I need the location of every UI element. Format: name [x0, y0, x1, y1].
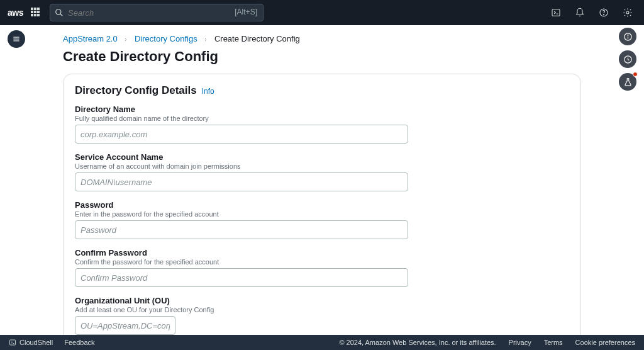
chevron-right-icon [203, 37, 208, 42]
side-nav-toggle[interactable] [8, 30, 25, 48]
password-input[interactable] [75, 220, 408, 239]
service-account-input[interactable] [75, 172, 408, 191]
info-icon [623, 32, 633, 42]
breadcrumb-current: Create Directory Config [214, 34, 300, 43]
password-desc: Enter in the password for the specified … [75, 210, 569, 218]
aws-logo[interactable]: aws [8, 8, 23, 18]
svg-point-6 [603, 14, 604, 15]
hamburger-icon [12, 35, 21, 43]
info-panel-button[interactable] [619, 28, 636, 45]
privacy-link[interactable]: Privacy [509, 339, 531, 346]
breadcrumb: AppStream 2.0 Directory Configs Create D… [63, 30, 581, 46]
password-label: Password [75, 200, 569, 210]
directory-name-desc: Fully qualified domain name of the direc… [75, 115, 569, 122]
confirm-password-label: Confirm Password [75, 248, 569, 257]
svg-point-13 [628, 35, 628, 35]
help-icon[interactable] [599, 8, 609, 18]
cloudshell-footer-button[interactable]: CloudShell [9, 339, 53, 346]
breadcrumb-appstream[interactable]: AppStream 2.0 [63, 34, 118, 43]
confirm-password-input[interactable] [75, 268, 408, 287]
chevron-right-icon [123, 37, 128, 42]
ou-desc: Add at least one OU for your Directory C… [75, 306, 569, 313]
search-input[interactable] [50, 4, 264, 21]
cookie-preferences-link[interactable]: Cookie preferences [575, 339, 635, 346]
notifications-icon[interactable] [575, 8, 585, 18]
confirm-password-desc: Confirm the password for the specified a… [75, 258, 569, 266]
notification-dot [633, 72, 638, 77]
info-link[interactable]: Info [202, 87, 214, 96]
services-grid-icon[interactable] [31, 8, 41, 18]
svg-point-7 [626, 11, 629, 14]
console-footer: CloudShell Feedback © 2024, Amazon Web S… [0, 335, 644, 350]
directory-name-label: Directory Name [75, 104, 569, 114]
flask-icon [623, 77, 633, 87]
copyright-text: © 2024, Amazon Web Services, Inc. or its… [339, 339, 496, 346]
topnav-icon-group [551, 8, 633, 18]
breadcrumb-directory-configs[interactable]: Directory Configs [135, 34, 197, 43]
cloudshell-icon [9, 339, 16, 346]
section-heading-text: Directory Config Details [75, 84, 197, 97]
service-account-label: Service Account Name [75, 152, 569, 162]
service-account-desc: Username of an account with domain join … [75, 162, 569, 170]
right-help-rail [619, 28, 636, 91]
settings-icon[interactable] [623, 8, 633, 18]
svg-line-1 [60, 14, 63, 16]
feedback-link[interactable]: Feedback [64, 339, 94, 346]
search-container: [Alt+S] [50, 4, 264, 21]
clock-icon [623, 55, 633, 64]
section-directory-config-details: Directory Config Details Info [75, 84, 569, 97]
directory-name-input[interactable] [75, 125, 408, 144]
field-password: Password Enter in the password for the s… [75, 200, 569, 239]
field-confirm-password: Confirm Password Confirm the password fo… [75, 248, 569, 287]
field-service-account: Service Account Name Username of an acco… [75, 152, 569, 191]
cloudshell-label: CloudShell [19, 339, 53, 346]
field-directory-name: Directory Name Fully qualified domain na… [75, 104, 569, 144]
main-content: AppStream 2.0 Directory Configs Create D… [63, 25, 581, 350]
experiments-button[interactable] [619, 73, 636, 91]
page-title: Create Directory Config [63, 48, 581, 65]
ou-input[interactable] [75, 316, 175, 335]
field-organizational-unit: Organizational Unit (OU) Add at least on… [75, 296, 569, 335]
terms-link[interactable]: Terms [544, 339, 563, 346]
clock-panel-button[interactable] [619, 50, 636, 68]
cloudshell-icon[interactable] [551, 8, 561, 18]
top-navigation: aws [Alt+S] [0, 0, 644, 25]
svg-point-0 [56, 9, 61, 14]
ou-label: Organizational Unit (OU) [75, 296, 569, 305]
search-shortcut-hint: [Alt+S] [235, 8, 257, 16]
form-panel: Directory Config Details Info Directory … [63, 74, 581, 350]
search-icon [55, 8, 64, 17]
